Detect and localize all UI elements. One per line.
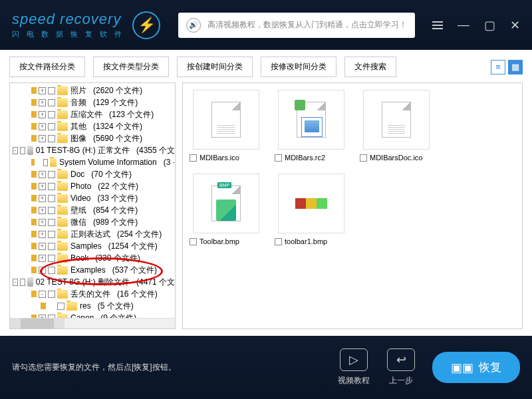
expand-icon[interactable]: +	[39, 195, 46, 202]
tree-node[interactable]: +Examples (537 个文件)	[13, 264, 175, 276]
list-view-icon[interactable]: ≡	[491, 60, 505, 74]
expand-icon[interactable]: +	[39, 207, 46, 214]
node-label: Book (330 个文件)	[70, 253, 140, 264]
checkbox[interactable]	[48, 219, 55, 226]
recover-icon: ▣▣	[451, 360, 473, 375]
expand-icon[interactable]: +	[39, 135, 46, 142]
file-item[interactable]: toolbar1.bmp	[275, 174, 348, 245]
tree-node[interactable]: +其他 (1324 个文件)	[13, 120, 175, 132]
tab-3[interactable]: 按修改时间分类	[261, 57, 336, 77]
expand-icon[interactable]: -	[39, 291, 46, 298]
logo-subtitle: 闪 电 数 据 恢 复 软 件	[12, 29, 124, 39]
tree-node[interactable]: +Samples (1254 个文件)	[13, 240, 175, 252]
tree-node[interactable]: +壁纸 (854 个文件)	[13, 204, 175, 216]
checkbox[interactable]	[48, 171, 55, 178]
checkbox[interactable]	[48, 195, 55, 202]
checkbox[interactable]	[48, 183, 55, 190]
recover-button[interactable]: ▣▣ 恢复	[432, 352, 520, 383]
node-label: 音频 (129 个文件)	[70, 97, 138, 108]
checkbox[interactable]	[48, 87, 55, 94]
expand-icon[interactable]: +	[39, 231, 46, 238]
tab-2[interactable]: 按创建时间分类	[177, 57, 253, 77]
expand-icon[interactable]: +	[39, 219, 46, 226]
expand-icon[interactable]: +	[39, 171, 46, 178]
file-item[interactable]: MDIBars.rc2	[275, 90, 348, 162]
minimize-icon[interactable]: —	[458, 18, 469, 32]
file-item[interactable]: MDIBars.ico	[190, 90, 263, 162]
checkbox[interactable]	[48, 231, 55, 238]
checkbox[interactable]	[48, 99, 55, 106]
checkbox[interactable]	[48, 255, 55, 262]
expand-icon[interactable]: -	[13, 279, 18, 286]
grid-view-icon[interactable]: ▦	[508, 60, 523, 74]
checkbox[interactable]	[48, 123, 55, 130]
expand-icon[interactable]: +	[39, 87, 46, 94]
checkbox[interactable]	[20, 147, 25, 154]
expand-icon[interactable]: -	[13, 147, 18, 154]
horizontal-scrollbar[interactable]	[10, 318, 175, 329]
content-area: 按文件路径分类按文件类型分类按创建时间分类按修改时间分类文件搜索 ≡ ▦ +照片…	[0, 50, 532, 336]
tree-node[interactable]: +Video (33 个文件)	[13, 192, 175, 204]
tree-node[interactable]: +压缩文件 (123 个文件)	[13, 108, 175, 120]
tree-node[interactable]: +Photo (22 个文件)	[13, 180, 175, 192]
files-panel[interactable]: MDIBars.icoMDIBars.rc2MDIBarsDoc.icoBMPT…	[182, 82, 523, 329]
expand-icon[interactable]: +	[39, 123, 46, 130]
file-checkbox[interactable]	[190, 154, 197, 162]
tree-node[interactable]: +音频 (129 个文件)	[13, 96, 175, 108]
tree-node[interactable]: +微信 (989 个文件)	[13, 216, 175, 228]
expand-icon[interactable]	[48, 303, 55, 310]
expand-icon[interactable]: +	[39, 99, 46, 106]
checkbox[interactable]	[48, 267, 55, 274]
node-label: 正则表达式 (254 个文件)	[70, 229, 162, 240]
folder-icon	[57, 122, 68, 131]
tab-1[interactable]: 按文件类型分类	[93, 57, 169, 77]
expand-icon[interactable]: +	[39, 255, 46, 262]
expand-icon[interactable]: +	[39, 111, 46, 118]
expand-icon[interactable]: +	[39, 267, 46, 274]
expand-icon[interactable]: +	[39, 243, 46, 250]
checkbox[interactable]	[48, 243, 55, 250]
node-label: 丢失的文件 (16 个文件)	[70, 289, 158, 300]
file-item[interactable]: MDIBarsDoc.ico	[360, 90, 433, 162]
tree-node[interactable]: +正则表达式 (254 个文件)	[13, 228, 175, 240]
tree-node[interactable]: -02 TEST-8G (H:) 删除文件 (4471 个文	[13, 276, 175, 288]
tab-0[interactable]: 按文件路径分类	[9, 57, 85, 77]
menu-icon[interactable]	[432, 21, 443, 29]
file-name: MDIBarsDoc.ico	[370, 154, 422, 162]
file-checkbox[interactable]	[190, 238, 197, 245]
tab-4[interactable]: 文件搜索	[344, 57, 396, 77]
tree-panel[interactable]: +照片 (2620 个文件)+音频 (129 个文件)+压缩文件 (123 个文…	[9, 82, 176, 329]
tree-node[interactable]: +图像 (5690 个文件)	[13, 132, 175, 144]
video-tutorial-button[interactable]: ▷ 视频教程	[338, 348, 370, 386]
node-label: 压缩文件 (123 个文件)	[70, 109, 154, 120]
checkbox[interactable]	[48, 135, 55, 142]
drive-icon	[27, 146, 33, 155]
checkbox[interactable]	[48, 291, 55, 298]
checkbox[interactable]	[57, 303, 65, 310]
previous-button[interactable]: ↩ 上一步	[387, 348, 415, 386]
tree-node[interactable]: +Doc (70 个文件)	[13, 168, 175, 180]
checkbox[interactable]	[43, 159, 49, 166]
file-item[interactable]: BMPToolbar.bmp	[190, 174, 263, 245]
folder-icon	[57, 218, 68, 227]
footer: 请勾选您需要恢复的文件，然后点[恢复]按钮。 ▷ 视频教程 ↩ 上一步 ▣▣ 恢…	[0, 336, 532, 399]
tree-node[interactable]: +照片 (2620 个文件)	[13, 84, 175, 96]
expand-icon[interactable]	[37, 159, 41, 166]
file-checkbox[interactable]	[275, 238, 282, 245]
tree-node[interactable]: res (5 个文件)	[13, 300, 175, 312]
promo-banner[interactable]: 🔊 高清视频教程，数据恢复从入门到精通，点击立即学习！	[178, 13, 415, 38]
view-toggle: ≡ ▦	[491, 60, 523, 74]
checkbox[interactable]	[48, 111, 55, 118]
tree-node[interactable]: System Volume Information (3 ·	[13, 156, 175, 168]
tree-node[interactable]: -01 TEST-8G (H:) 正常文件 (4355 个文	[13, 144, 175, 156]
file-checkbox[interactable]	[275, 154, 282, 162]
tree-node[interactable]: -丢失的文件 (16 个文件)	[13, 288, 175, 300]
checkbox[interactable]	[20, 279, 25, 286]
close-icon[interactable]: ✕	[510, 18, 520, 33]
checkbox[interactable]	[48, 207, 55, 214]
tree-node[interactable]: +Book (330 个文件)	[13, 252, 175, 264]
expand-icon[interactable]: +	[39, 183, 46, 190]
file-checkbox[interactable]	[360, 154, 367, 162]
app-header: speed recovery 闪 电 数 据 恢 复 软 件 ⚡ 🔊 高清视频教…	[0, 0, 532, 50]
maximize-icon[interactable]: ▢	[484, 18, 495, 33]
